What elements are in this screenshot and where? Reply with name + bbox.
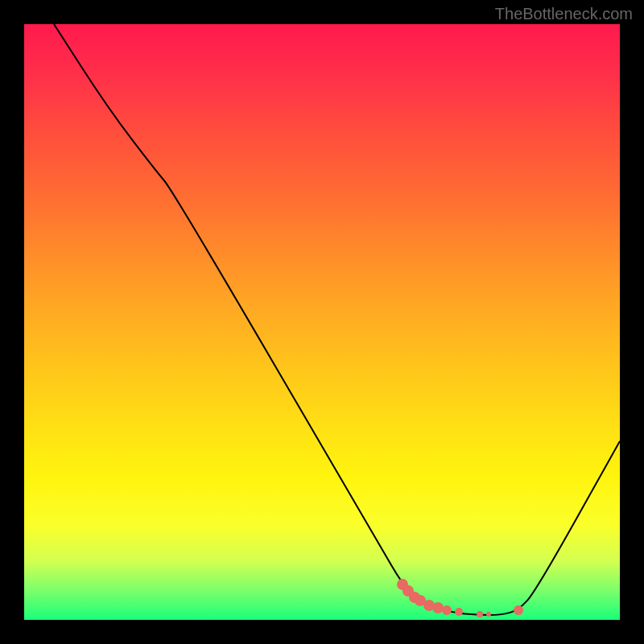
data-marker [455,608,463,616]
markers-layer [24,24,620,620]
chart-area [24,24,620,620]
watermark-text: TheBottleneck.com [495,5,633,23]
data-marker [442,605,452,615]
data-marker [514,605,523,615]
data-marker [477,611,483,617]
data-marker [486,612,491,617]
